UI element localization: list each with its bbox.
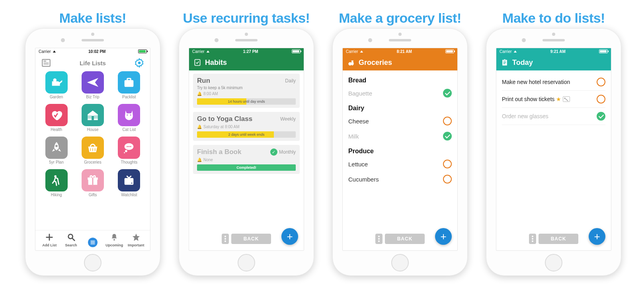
check-circle[interactable]: [597, 112, 605, 121]
habit-card[interactable]: Go to Yoga ClassWeekly🔔Saturday at 8:00 …: [193, 112, 300, 141]
bottom-label: Search: [65, 243, 77, 247]
add-fab[interactable]: +: [435, 228, 452, 245]
tile-label: Health: [51, 127, 62, 132]
list-tile[interactable]: Thoughts: [112, 137, 146, 168]
header-title: Habits: [205, 59, 227, 67]
back-button[interactable]: BACK: [385, 234, 425, 244]
check-circle[interactable]: [443, 175, 452, 183]
section-header: Produce: [348, 148, 452, 155]
svg-point-34: [351, 62, 354, 66]
list-tile[interactable]: Gifts: [76, 169, 109, 200]
svg-point-11: [127, 115, 128, 116]
screen-habits: Carrier 1:27 PM Habits RunDailyTry to ke…: [189, 48, 304, 251]
list-tile[interactable]: House: [76, 104, 109, 135]
app-header: Today: [496, 55, 611, 70]
tile-label: Hiking: [51, 193, 62, 197]
check-circle[interactable]: [443, 117, 452, 125]
tile-label: Groceries: [84, 160, 101, 164]
habit-card[interactable]: RunDailyTry to keep a 5k minimum🔔8:00 AM…: [193, 74, 300, 108]
grocery-item[interactable]: Milk: [348, 129, 452, 144]
home-button[interactable]: [545, 254, 562, 271]
groceries-icon: [347, 58, 355, 67]
item-text: Cucumbers: [348, 176, 379, 183]
grocery-item[interactable]: Cucumbers: [348, 172, 452, 187]
todo-item[interactable]: Order new glasses: [502, 108, 605, 125]
svg-line-30: [72, 238, 74, 241]
list-tile[interactable]: Packlist: [112, 71, 146, 102]
status-time: 1:27 PM: [243, 49, 258, 54]
bottom-add-list[interactable]: Add List: [39, 232, 60, 247]
panel-heading: Make lists!: [59, 10, 126, 26]
battery-icon: [599, 49, 608, 53]
home-button[interactable]: [391, 254, 409, 271]
list-tile[interactable]: 5yr Plan: [39, 137, 73, 168]
svg-rect-32: [195, 60, 200, 66]
list-tile[interactable]: Groceries: [76, 137, 109, 168]
check-circle[interactable]: [443, 160, 452, 168]
svg-rect-37: [504, 59, 506, 61]
grocery-item[interactable]: Cheese: [348, 113, 452, 129]
screen-lifelists: Carrier 10:02 PM Life Lists GardenBiz Tr…: [35, 48, 150, 251]
more-button[interactable]: [375, 234, 382, 244]
item-text: Make new hotel reservation: [502, 79, 570, 85]
basket-icon: [82, 137, 104, 159]
star-icon: [131, 232, 141, 242]
habit-freq: Weekly: [280, 116, 296, 122]
add-fab[interactable]: +: [589, 228, 605, 245]
bottom-upcoming[interactable]: Upcoming: [103, 232, 125, 247]
hiker-icon: [45, 169, 68, 191]
panel-heading: Use recurring tasks!: [183, 10, 310, 26]
screen-groceries: Carrier 8:21 AM Groceries BreadBaguetteD…: [342, 48, 458, 251]
svg-rect-8: [92, 116, 94, 120]
news-icon[interactable]: [40, 57, 52, 69]
wifi-icon: [53, 49, 56, 54]
tile-label: Cat List: [122, 127, 136, 132]
bottom-search[interactable]: Search: [60, 232, 82, 247]
back-button[interactable]: BACK: [539, 234, 578, 244]
list-tile[interactable]: Garden: [39, 71, 73, 102]
star-icon: ★: [556, 96, 561, 102]
habit-freq: Monthly: [279, 149, 296, 155]
item-text: Cheese: [348, 118, 369, 125]
grocery-item[interactable]: Baguette: [348, 86, 452, 101]
check-circle[interactable]: [443, 89, 452, 98]
bottom-home[interactable]: [82, 238, 103, 247]
grocery-item[interactable]: Lettuce: [348, 156, 452, 172]
check-circle[interactable]: [443, 132, 452, 141]
habit-title: Run: [197, 77, 210, 85]
tile-label: Thoughts: [121, 160, 137, 164]
todo-item[interactable]: Print out show tickets ★: [502, 91, 605, 108]
status-bar: Carrier 8:21 AM: [343, 48, 457, 55]
svg-point-13: [55, 145, 58, 147]
phone-frame: Carrier 8:21 AM Groceries BreadBaguetteD…: [332, 28, 468, 276]
home-button[interactable]: [238, 254, 255, 271]
battery-icon: [138, 49, 147, 53]
list-tile[interactable]: Biz Trip: [76, 71, 109, 102]
list-tile[interactable]: Cat List: [112, 104, 146, 135]
svg-point-4: [138, 62, 141, 64]
tile-label: Biz Trip: [86, 95, 99, 99]
more-button[interactable]: [222, 234, 229, 244]
list-tile[interactable]: Hiking: [39, 169, 73, 200]
back-button[interactable]: BACK: [231, 234, 271, 244]
check-circle[interactable]: [597, 95, 605, 103]
more-button[interactable]: [529, 234, 536, 244]
page-title: Life Lists: [80, 60, 106, 66]
add-fab[interactable]: +: [281, 228, 298, 245]
list-tile[interactable]: Watchlist: [112, 169, 146, 200]
battery-icon: [292, 49, 301, 53]
check-circle[interactable]: [597, 78, 605, 86]
panel-heading: Make to do lists!: [502, 10, 605, 26]
home-button[interactable]: [84, 254, 101, 271]
progress-bar: Completed!: [197, 164, 296, 171]
habit-card[interactable]: Finish a Book✓Monthly🔔NoneCompleted!: [193, 145, 300, 174]
list-tile[interactable]: Health: [39, 104, 73, 135]
todo-item[interactable]: Make new hotel reservation: [502, 74, 605, 91]
bottom-label: Add List: [42, 243, 57, 247]
bell-icon: [109, 232, 119, 242]
plus-icon: +: [287, 230, 293, 243]
bottom-important[interactable]: Important: [125, 232, 147, 247]
settings-icon[interactable]: [133, 57, 145, 69]
suitcase-icon: [118, 71, 140, 94]
tile-label: 5yr Plan: [49, 160, 64, 164]
